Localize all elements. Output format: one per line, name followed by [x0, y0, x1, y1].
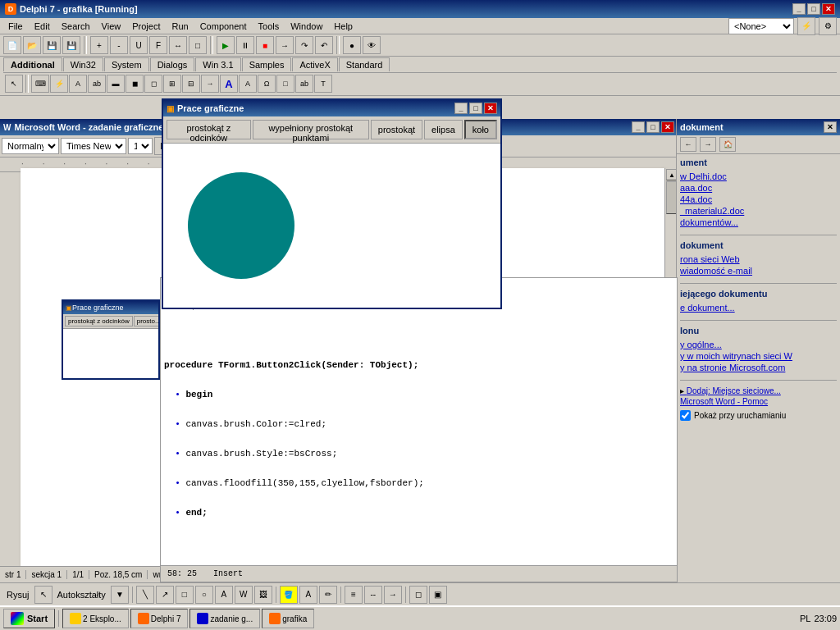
prace-minimize-btn[interactable]: _: [454, 103, 468, 114]
btn-elipsa[interactable]: elipsa: [424, 120, 463, 139]
btn-prostokat-odcinkow[interactable]: prostokąt z odcinków: [167, 120, 251, 139]
trace-btn[interactable]: ↷: [295, 36, 313, 54]
menu-window[interactable]: Window: [285, 20, 327, 33]
doc-4[interactable]: _materialu2.doc: [680, 205, 837, 217]
start-button[interactable]: Start: [3, 609, 55, 628]
comp-10[interactable]: →: [201, 75, 219, 93]
menu-help[interactable]: Help: [329, 20, 358, 33]
rect-btn[interactable]: □: [176, 586, 194, 604]
from-doc-link[interactable]: e dokument...: [680, 302, 837, 313]
font-dropdown[interactable]: Times New R: [61, 138, 126, 154]
taskbar-word-btn[interactable]: zadanie g...: [189, 609, 260, 628]
toolbar-btn-2[interactable]: ⚙: [819, 17, 837, 35]
panel-close-btn[interactable]: ✕: [824, 121, 837, 133]
open-btn[interactable]: 📂: [23, 36, 41, 54]
word-close-btn[interactable]: ✕: [661, 121, 674, 133]
bp-btn[interactable]: ●: [343, 36, 361, 54]
tab-standard[interactable]: Standard: [339, 57, 390, 71]
comp-12[interactable]: A: [239, 75, 257, 93]
prace-close-btn[interactable]: ✕: [484, 103, 497, 114]
comp-3[interactable]: A: [69, 75, 87, 93]
tab-dialogs[interactable]: Dialogs: [150, 57, 195, 71]
template-general[interactable]: y ogólne...: [680, 339, 837, 350]
taskbar-grafika-btn[interactable]: grafika: [262, 609, 314, 628]
view-unit-btn[interactable]: U: [130, 36, 148, 54]
comp-6[interactable]: ◼: [126, 75, 144, 93]
toggle-btn[interactable]: ↔: [169, 36, 187, 54]
taskbar-explorer-btn[interactable]: 2 Eksplo...: [62, 609, 129, 628]
minimize-button[interactable]: _: [792, 3, 806, 15]
taskbar-delphi-btn[interactable]: Delphi 7: [130, 609, 189, 628]
pause-btn[interactable]: ⏸: [236, 36, 254, 54]
nav-back-btn[interactable]: ←: [680, 137, 696, 152]
line-style-btn[interactable]: ≡: [345, 586, 363, 604]
text-btn[interactable]: A: [215, 586, 233, 604]
shadow-btn[interactable]: ◻: [409, 586, 427, 604]
ellipse-btn[interactable]: ○: [195, 586, 213, 604]
combo-none[interactable]: <None>: [728, 18, 794, 34]
comp-9[interactable]: ⊟: [182, 75, 200, 93]
tab-samples[interactable]: Samples: [242, 57, 292, 71]
new-form-btn[interactable]: □: [189, 36, 207, 54]
stop-btn[interactable]: ■: [256, 36, 274, 54]
tab-system[interactable]: System: [104, 57, 149, 71]
watch-btn[interactable]: 👁: [363, 36, 381, 54]
line-btn[interactable]: ╲: [136, 586, 154, 604]
comp-13[interactable]: Ω: [258, 75, 276, 93]
comp-15[interactable]: ab: [295, 75, 313, 93]
dash-btn[interactable]: --: [364, 586, 382, 604]
btn-kolo[interactable]: koło: [464, 120, 497, 139]
comp-4[interactable]: ab: [88, 75, 106, 93]
add-network-link[interactable]: ▸ Dodaj: Miejsce sieciowe...: [680, 386, 837, 396]
menu-run[interactable]: Run: [167, 20, 193, 33]
new-btn[interactable]: 📄: [3, 36, 21, 54]
tab-win32[interactable]: Win32: [63, 57, 103, 71]
comp-7[interactable]: ◻: [144, 75, 162, 93]
code-content[interactable]: end; procedure TForm1.Button2Click(Sende…: [161, 278, 677, 565]
menu-edit[interactable]: Edit: [30, 20, 55, 33]
mini-btn-2[interactable]: prosto...: [134, 316, 158, 326]
mini-btn-1[interactable]: prostokąt z odcinków: [65, 316, 133, 326]
fill-color-btn[interactable]: 🪣: [280, 586, 298, 604]
new-web-link[interactable]: rona sieci Web: [680, 253, 837, 265]
comp-11[interactable]: A: [220, 75, 238, 93]
font-color-btn[interactable]: A: [299, 586, 317, 604]
line-color-btn[interactable]: ✏: [319, 586, 337, 604]
comp-16[interactable]: T: [314, 75, 332, 93]
arrow-btn[interactable]: ↗: [156, 586, 174, 604]
3d-btn[interactable]: ▣: [429, 586, 447, 604]
nav-home-btn[interactable]: 🏠: [719, 137, 736, 152]
draw-cursor-btn[interactable]: ↖: [34, 586, 52, 604]
doc-3[interactable]: 44a.doc: [680, 194, 837, 205]
arrow-style-btn[interactable]: →: [384, 586, 402, 604]
tab-additional[interactable]: Additional: [3, 57, 62, 71]
save-all-btn[interactable]: 💾: [62, 36, 80, 54]
menu-search[interactable]: Search: [57, 20, 95, 33]
clip-btn[interactable]: 🖼: [254, 586, 272, 604]
doc-5[interactable]: dokumentów...: [680, 217, 837, 228]
wordart-btn[interactable]: W: [235, 586, 253, 604]
maximize-button[interactable]: □: [807, 3, 820, 15]
menu-view[interactable]: View: [97, 20, 126, 33]
comp-2[interactable]: ⚡: [50, 75, 68, 93]
trace-out-btn[interactable]: ↶: [315, 36, 333, 54]
style-dropdown[interactable]: Normalny: [2, 138, 59, 154]
template-ms[interactable]: y na stronie Microsoft.com: [680, 362, 837, 373]
toolbar-btn-1[interactable]: ⚡: [797, 17, 815, 35]
close-button[interactable]: ✕: [822, 3, 835, 15]
tab-activex[interactable]: ActiveX: [292, 57, 337, 71]
comp-1[interactable]: ⌨: [31, 75, 49, 93]
btn-prostokat[interactable]: prostokąt: [371, 120, 422, 139]
menu-file[interactable]: File: [3, 20, 28, 33]
menu-tools[interactable]: Tools: [253, 20, 285, 33]
view-form-btn[interactable]: F: [149, 36, 167, 54]
comp-8[interactable]: ⊞: [163, 75, 181, 93]
show-on-start-checkbox[interactable]: [680, 410, 691, 421]
template-my-sites[interactable]: y w moich witrynach sieci W: [680, 350, 837, 362]
menu-project[interactable]: Project: [127, 20, 165, 33]
prace-maximize-btn[interactable]: □: [469, 103, 482, 114]
tab-win31[interactable]: Win 3.1: [195, 57, 240, 71]
word-minimize-btn[interactable]: _: [632, 121, 645, 133]
word-maximize-btn[interactable]: □: [646, 121, 660, 133]
btn-wypelniony[interactable]: wypełniony prostokąt punktami: [253, 120, 369, 139]
